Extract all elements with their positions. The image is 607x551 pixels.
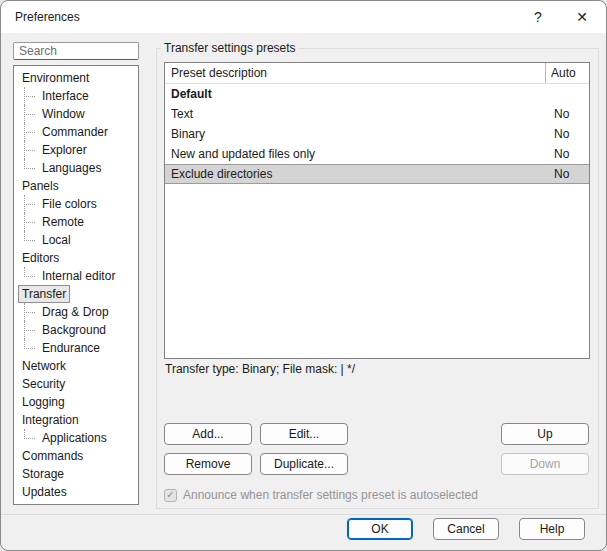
preset-row[interactable]: Default bbox=[165, 84, 589, 104]
tree-item-label: Window bbox=[38, 105, 89, 123]
tree-item-label: Internal editor bbox=[38, 267, 119, 285]
preset-name: Default bbox=[165, 87, 546, 101]
tree-item-storage[interactable]: Storage bbox=[14, 465, 138, 483]
tree-item-label: Languages bbox=[38, 159, 105, 177]
tree-item-label: Applications bbox=[38, 429, 111, 447]
tree-item-interface[interactable]: Interface bbox=[14, 87, 138, 105]
preset-row[interactable]: BinaryNo bbox=[165, 124, 589, 144]
column-header-auto[interactable]: Auto bbox=[546, 63, 589, 83]
tree-item-commander[interactable]: Commander bbox=[14, 123, 138, 141]
tree-item-label: Updates bbox=[18, 483, 71, 501]
tree-item-local[interactable]: Local bbox=[14, 231, 138, 249]
preset-auto-value: No bbox=[546, 107, 589, 121]
titlebar-help-button[interactable]: ? bbox=[517, 1, 559, 33]
add-button[interactable]: Add... bbox=[164, 423, 252, 445]
tree-item-label: Interface bbox=[38, 87, 93, 105]
tree-item-background[interactable]: Background bbox=[14, 321, 138, 339]
tree-item-security[interactable]: Security bbox=[14, 375, 138, 393]
preset-auto-value: No bbox=[546, 167, 589, 181]
group-label: Transfer settings presets bbox=[161, 41, 299, 55]
duplicate-button[interactable]: Duplicate... bbox=[260, 453, 348, 475]
tree-item-integration[interactable]: Integration bbox=[14, 411, 138, 429]
preset-list-header: Preset description Auto bbox=[165, 63, 589, 84]
tree-item-label: Panels bbox=[18, 177, 63, 195]
tree-item-label: Environment bbox=[18, 69, 93, 87]
preset-list: Preset description Auto DefaultTextNoBin… bbox=[164, 62, 590, 359]
tree-item-label: Commander bbox=[38, 123, 112, 141]
remove-button[interactable]: Remove bbox=[164, 453, 252, 475]
tree-item-explorer[interactable]: Explorer bbox=[14, 141, 138, 159]
tree-item-label: Commands bbox=[18, 447, 87, 465]
announce-label: Announce when transfer settings preset i… bbox=[183, 488, 478, 502]
tree-item-window[interactable]: Window bbox=[14, 105, 138, 123]
tree-item-label: Logging bbox=[18, 393, 69, 411]
preset-auto-value: No bbox=[546, 127, 589, 141]
titlebar-close-button[interactable]: ✕ bbox=[559, 1, 605, 33]
preset-row[interactable]: New and updated files onlyNo bbox=[165, 144, 589, 164]
help-icon: ? bbox=[534, 9, 542, 25]
down-button[interactable]: Down bbox=[501, 453, 589, 475]
tree-item-remote[interactable]: Remote bbox=[14, 213, 138, 231]
tree-item-label: Editors bbox=[18, 249, 63, 267]
close-icon: ✕ bbox=[576, 9, 588, 25]
edit-button[interactable]: Edit... bbox=[260, 423, 348, 445]
tree-item-label: Remote bbox=[38, 213, 88, 231]
tree-item-label: Storage bbox=[18, 465, 68, 483]
tree-item-label: Local bbox=[38, 231, 75, 249]
preferences-tree: EnvironmentInterfaceWindowCommanderExplo… bbox=[13, 65, 139, 505]
tree-item-endurance[interactable]: Endurance bbox=[14, 339, 138, 357]
tree-item-drag-drop[interactable]: Drag & Drop bbox=[14, 303, 138, 321]
tree-item-label: Transfer bbox=[18, 285, 70, 303]
preset-row[interactable]: Exclude directoriesNo bbox=[165, 164, 589, 184]
help-button[interactable]: Help bbox=[519, 518, 585, 540]
announce-row: ✓ Announce when transfer settings preset… bbox=[164, 488, 478, 502]
preset-summary: Transfer type: Binary; File mask: | */ bbox=[165, 362, 355, 376]
tree-item-internal-editor[interactable]: Internal editor bbox=[14, 267, 138, 285]
titlebar: Preferences ? ✕ bbox=[1, 1, 606, 33]
preset-list-body: DefaultTextNoBinaryNoNew and updated fil… bbox=[165, 84, 589, 184]
search-input[interactable] bbox=[13, 42, 139, 60]
tree-item-label: File colors bbox=[38, 195, 101, 213]
tree-item-applications[interactable]: Applications bbox=[14, 429, 138, 447]
tree-item-label: Security bbox=[18, 375, 69, 393]
transfer-presets-group: Transfer settings presets Preset descrip… bbox=[156, 48, 599, 509]
tree-item-network[interactable]: Network bbox=[14, 357, 138, 375]
tree-item-label: Background bbox=[38, 321, 110, 339]
up-button[interactable]: Up bbox=[501, 423, 589, 445]
tree-item-label: Explorer bbox=[38, 141, 91, 159]
checkmark-icon: ✓ bbox=[166, 490, 174, 500]
tree-item-label: Drag & Drop bbox=[38, 303, 113, 321]
tree-item-languages[interactable]: Languages bbox=[14, 159, 138, 177]
announce-checkbox[interactable]: ✓ bbox=[164, 489, 177, 502]
window-title: Preferences bbox=[15, 10, 80, 24]
preset-name: Exclude directories bbox=[165, 167, 546, 181]
tree-item-commands[interactable]: Commands bbox=[14, 447, 138, 465]
tree-item-transfer[interactable]: Transfer bbox=[14, 285, 138, 303]
preset-name: Text bbox=[165, 107, 546, 121]
preset-row[interactable]: TextNo bbox=[165, 104, 589, 124]
ok-button[interactable]: OK bbox=[347, 518, 413, 540]
preset-name: New and updated files only bbox=[165, 147, 546, 161]
column-header-description[interactable]: Preset description bbox=[165, 63, 546, 83]
tree-item-label: Endurance bbox=[38, 339, 104, 357]
tree-item-file-colors[interactable]: File colors bbox=[14, 195, 138, 213]
preset-name: Binary bbox=[165, 127, 546, 141]
cancel-button[interactable]: Cancel bbox=[433, 518, 499, 540]
tree-item-environment[interactable]: Environment bbox=[14, 69, 138, 87]
footer-divider bbox=[1, 514, 606, 515]
preferences-dialog: Preferences ? ✕ EnvironmentInterfaceWind… bbox=[0, 0, 607, 551]
tree-item-label: Network bbox=[18, 357, 70, 375]
tree-item-logging[interactable]: Logging bbox=[14, 393, 138, 411]
tree-item-panels[interactable]: Panels bbox=[14, 177, 138, 195]
tree-item-editors[interactable]: Editors bbox=[14, 249, 138, 267]
tree-item-label: Integration bbox=[18, 411, 83, 429]
tree-item-updates[interactable]: Updates bbox=[14, 483, 138, 501]
preset-auto-value: No bbox=[546, 147, 589, 161]
